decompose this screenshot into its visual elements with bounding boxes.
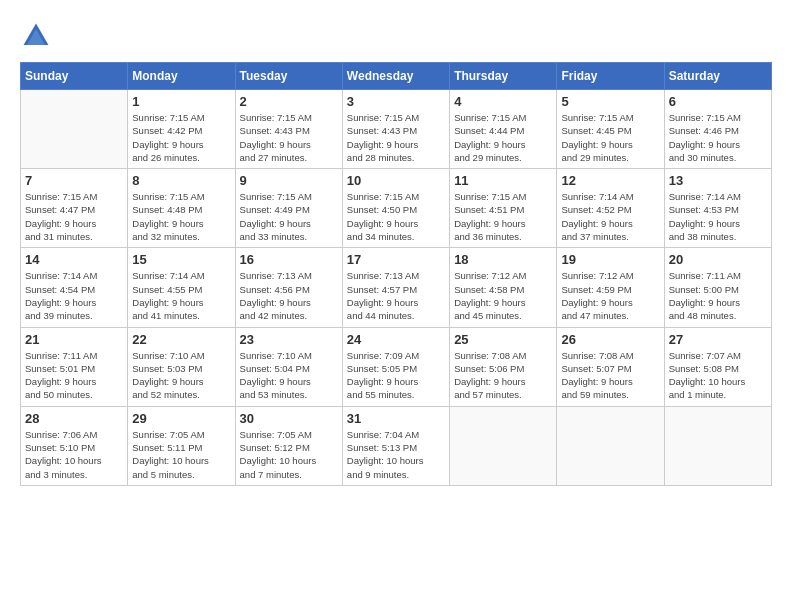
- weekday-header-sunday: Sunday: [21, 63, 128, 90]
- day-info: Sunrise: 7:15 AM Sunset: 4:43 PM Dayligh…: [240, 111, 338, 164]
- calendar-cell: 25Sunrise: 7:08 AM Sunset: 5:06 PM Dayli…: [450, 327, 557, 406]
- day-number: 8: [132, 173, 230, 188]
- calendar-cell: 28Sunrise: 7:06 AM Sunset: 5:10 PM Dayli…: [21, 406, 128, 485]
- calendar-cell: 22Sunrise: 7:10 AM Sunset: 5:03 PM Dayli…: [128, 327, 235, 406]
- weekday-header-wednesday: Wednesday: [342, 63, 449, 90]
- calendar-cell: 6Sunrise: 7:15 AM Sunset: 4:46 PM Daylig…: [664, 90, 771, 169]
- day-info: Sunrise: 7:15 AM Sunset: 4:43 PM Dayligh…: [347, 111, 445, 164]
- day-info: Sunrise: 7:07 AM Sunset: 5:08 PM Dayligh…: [669, 349, 767, 402]
- day-info: Sunrise: 7:04 AM Sunset: 5:13 PM Dayligh…: [347, 428, 445, 481]
- day-info: Sunrise: 7:15 AM Sunset: 4:50 PM Dayligh…: [347, 190, 445, 243]
- day-info: Sunrise: 7:08 AM Sunset: 5:07 PM Dayligh…: [561, 349, 659, 402]
- day-info: Sunrise: 7:13 AM Sunset: 4:57 PM Dayligh…: [347, 269, 445, 322]
- day-number: 20: [669, 252, 767, 267]
- day-number: 4: [454, 94, 552, 109]
- day-number: 27: [669, 332, 767, 347]
- day-info: Sunrise: 7:11 AM Sunset: 5:01 PM Dayligh…: [25, 349, 123, 402]
- calendar-cell: 21Sunrise: 7:11 AM Sunset: 5:01 PM Dayli…: [21, 327, 128, 406]
- calendar-cell: 5Sunrise: 7:15 AM Sunset: 4:45 PM Daylig…: [557, 90, 664, 169]
- day-info: Sunrise: 7:15 AM Sunset: 4:46 PM Dayligh…: [669, 111, 767, 164]
- day-number: 10: [347, 173, 445, 188]
- weekday-header-monday: Monday: [128, 63, 235, 90]
- calendar-cell: 17Sunrise: 7:13 AM Sunset: 4:57 PM Dayli…: [342, 248, 449, 327]
- calendar-cell: 24Sunrise: 7:09 AM Sunset: 5:05 PM Dayli…: [342, 327, 449, 406]
- day-info: Sunrise: 7:05 AM Sunset: 5:12 PM Dayligh…: [240, 428, 338, 481]
- day-number: 24: [347, 332, 445, 347]
- day-info: Sunrise: 7:08 AM Sunset: 5:06 PM Dayligh…: [454, 349, 552, 402]
- day-number: 2: [240, 94, 338, 109]
- day-number: 7: [25, 173, 123, 188]
- calendar-cell: 20Sunrise: 7:11 AM Sunset: 5:00 PM Dayli…: [664, 248, 771, 327]
- calendar-cell: 30Sunrise: 7:05 AM Sunset: 5:12 PM Dayli…: [235, 406, 342, 485]
- calendar-cell: 18Sunrise: 7:12 AM Sunset: 4:58 PM Dayli…: [450, 248, 557, 327]
- logo: [20, 20, 58, 52]
- day-info: Sunrise: 7:10 AM Sunset: 5:04 PM Dayligh…: [240, 349, 338, 402]
- day-info: Sunrise: 7:15 AM Sunset: 4:42 PM Dayligh…: [132, 111, 230, 164]
- calendar-cell: 8Sunrise: 7:15 AM Sunset: 4:48 PM Daylig…: [128, 169, 235, 248]
- calendar-cell: 19Sunrise: 7:12 AM Sunset: 4:59 PM Dayli…: [557, 248, 664, 327]
- day-info: Sunrise: 7:14 AM Sunset: 4:52 PM Dayligh…: [561, 190, 659, 243]
- calendar-cell: [21, 90, 128, 169]
- day-number: 23: [240, 332, 338, 347]
- calendar-cell: [450, 406, 557, 485]
- calendar-week-row: 21Sunrise: 7:11 AM Sunset: 5:01 PM Dayli…: [21, 327, 772, 406]
- calendar-cell: 2Sunrise: 7:15 AM Sunset: 4:43 PM Daylig…: [235, 90, 342, 169]
- day-number: 16: [240, 252, 338, 267]
- day-number: 14: [25, 252, 123, 267]
- calendar-cell: 26Sunrise: 7:08 AM Sunset: 5:07 PM Dayli…: [557, 327, 664, 406]
- day-info: Sunrise: 7:15 AM Sunset: 4:49 PM Dayligh…: [240, 190, 338, 243]
- calendar-cell: 29Sunrise: 7:05 AM Sunset: 5:11 PM Dayli…: [128, 406, 235, 485]
- calendar-cell: [557, 406, 664, 485]
- calendar-cell: 31Sunrise: 7:04 AM Sunset: 5:13 PM Dayli…: [342, 406, 449, 485]
- calendar-cell: 11Sunrise: 7:15 AM Sunset: 4:51 PM Dayli…: [450, 169, 557, 248]
- day-number: 31: [347, 411, 445, 426]
- calendar-week-row: 28Sunrise: 7:06 AM Sunset: 5:10 PM Dayli…: [21, 406, 772, 485]
- day-info: Sunrise: 7:14 AM Sunset: 4:54 PM Dayligh…: [25, 269, 123, 322]
- weekday-header-saturday: Saturday: [664, 63, 771, 90]
- page-header: [20, 20, 772, 52]
- day-number: 26: [561, 332, 659, 347]
- calendar-cell: [664, 406, 771, 485]
- day-number: 1: [132, 94, 230, 109]
- weekday-header-thursday: Thursday: [450, 63, 557, 90]
- day-info: Sunrise: 7:12 AM Sunset: 4:59 PM Dayligh…: [561, 269, 659, 322]
- calendar-cell: 23Sunrise: 7:10 AM Sunset: 5:04 PM Dayli…: [235, 327, 342, 406]
- day-info: Sunrise: 7:14 AM Sunset: 4:53 PM Dayligh…: [669, 190, 767, 243]
- day-info: Sunrise: 7:13 AM Sunset: 4:56 PM Dayligh…: [240, 269, 338, 322]
- day-number: 11: [454, 173, 552, 188]
- day-info: Sunrise: 7:06 AM Sunset: 5:10 PM Dayligh…: [25, 428, 123, 481]
- day-number: 9: [240, 173, 338, 188]
- day-info: Sunrise: 7:15 AM Sunset: 4:45 PM Dayligh…: [561, 111, 659, 164]
- calendar-week-row: 7Sunrise: 7:15 AM Sunset: 4:47 PM Daylig…: [21, 169, 772, 248]
- day-number: 6: [669, 94, 767, 109]
- calendar-cell: 15Sunrise: 7:14 AM Sunset: 4:55 PM Dayli…: [128, 248, 235, 327]
- calendar-cell: 13Sunrise: 7:14 AM Sunset: 4:53 PM Dayli…: [664, 169, 771, 248]
- calendar-cell: 16Sunrise: 7:13 AM Sunset: 4:56 PM Dayli…: [235, 248, 342, 327]
- weekday-header-row: SundayMondayTuesdayWednesdayThursdayFrid…: [21, 63, 772, 90]
- day-number: 19: [561, 252, 659, 267]
- calendar-cell: 14Sunrise: 7:14 AM Sunset: 4:54 PM Dayli…: [21, 248, 128, 327]
- day-info: Sunrise: 7:15 AM Sunset: 4:44 PM Dayligh…: [454, 111, 552, 164]
- day-number: 13: [669, 173, 767, 188]
- day-number: 5: [561, 94, 659, 109]
- day-number: 17: [347, 252, 445, 267]
- calendar-cell: 12Sunrise: 7:14 AM Sunset: 4:52 PM Dayli…: [557, 169, 664, 248]
- day-info: Sunrise: 7:10 AM Sunset: 5:03 PM Dayligh…: [132, 349, 230, 402]
- weekday-header-friday: Friday: [557, 63, 664, 90]
- day-number: 25: [454, 332, 552, 347]
- calendar-cell: 4Sunrise: 7:15 AM Sunset: 4:44 PM Daylig…: [450, 90, 557, 169]
- calendar-week-row: 1Sunrise: 7:15 AM Sunset: 4:42 PM Daylig…: [21, 90, 772, 169]
- calendar-cell: 7Sunrise: 7:15 AM Sunset: 4:47 PM Daylig…: [21, 169, 128, 248]
- day-number: 21: [25, 332, 123, 347]
- day-number: 12: [561, 173, 659, 188]
- logo-icon: [20, 20, 52, 52]
- day-number: 29: [132, 411, 230, 426]
- day-info: Sunrise: 7:12 AM Sunset: 4:58 PM Dayligh…: [454, 269, 552, 322]
- day-info: Sunrise: 7:14 AM Sunset: 4:55 PM Dayligh…: [132, 269, 230, 322]
- day-number: 15: [132, 252, 230, 267]
- calendar-cell: 10Sunrise: 7:15 AM Sunset: 4:50 PM Dayli…: [342, 169, 449, 248]
- day-number: 30: [240, 411, 338, 426]
- weekday-header-tuesday: Tuesday: [235, 63, 342, 90]
- day-info: Sunrise: 7:15 AM Sunset: 4:51 PM Dayligh…: [454, 190, 552, 243]
- calendar-table: SundayMondayTuesdayWednesdayThursdayFrid…: [20, 62, 772, 486]
